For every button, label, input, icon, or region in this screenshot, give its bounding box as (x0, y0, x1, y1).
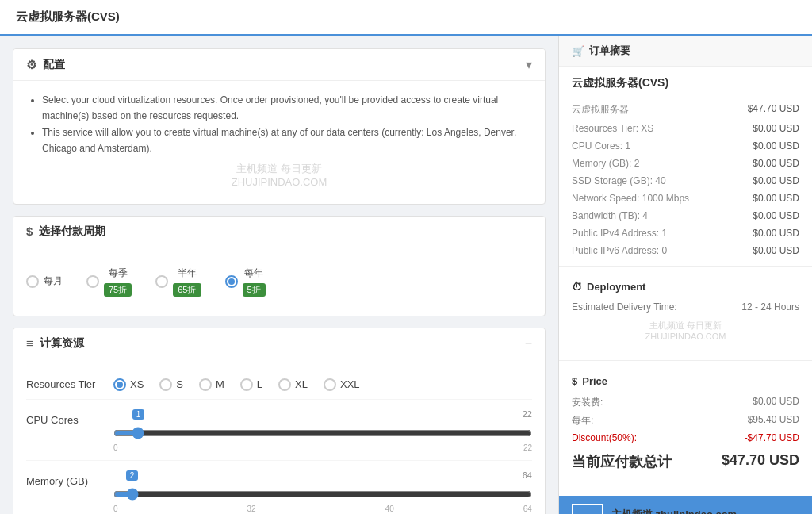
deployment-header: ⏱ Deployment (572, 281, 799, 293)
config-header: ⚙ 配置 ▾ (13, 49, 545, 81)
tier-row-label: Resources Tier (26, 378, 98, 390)
compute-toggle-icon[interactable]: − (525, 336, 532, 351)
divider-2 (559, 360, 812, 361)
order-summary-header: 🛒 订单摘要 (559, 36, 812, 67)
billing-radio-quarterly (86, 275, 99, 288)
watermark-deploy: 主机频道 每日更新 ZHUJIPINDAO.COM (572, 315, 799, 346)
mem-tick-6: 64 (523, 504, 532, 513)
order-line-0: 云虚拟服务器 $47.70 USD (559, 100, 812, 120)
billing-option-monthly[interactable]: 每月 (26, 274, 63, 288)
tier-radio-xs (113, 378, 126, 391)
tier-xs[interactable]: XS (113, 378, 144, 391)
mem-tick-4: 40 (385, 504, 394, 513)
order-line-2: CPU Cores: 1 $0.00 USD (559, 137, 812, 155)
billing-label-quarterly: 每季 (109, 267, 128, 280)
billing-options: 每月 每季 75折 半年 (26, 259, 532, 305)
deployment-section: ⏱ Deployment Estimated Delivery Time: 12… (559, 273, 812, 354)
tier-xl[interactable]: XL (278, 378, 308, 391)
tier-label-m: M (216, 378, 224, 390)
tier-radio-s (159, 378, 172, 391)
divider-3 (559, 489, 812, 489)
billing-discount-semi: 65折 (173, 283, 201, 297)
order-product-name: 云虚拟服务器(CVS) (559, 67, 812, 100)
compute-title: ≡ 计算资源 (26, 336, 84, 351)
billing-option-yearly[interactable]: 每年 5折 (225, 267, 266, 297)
order-lines: 云虚拟服务器 $47.70 USD Resources Tier: XS $0.… (559, 100, 812, 259)
config-bullet-2: This service will allow you to create vi… (42, 125, 532, 157)
billing-body: 每月 每季 75折 半年 (13, 247, 545, 316)
cart-icon: 🛒 (572, 45, 584, 57)
billing-option-semi[interactable]: 半年 65折 (155, 267, 201, 297)
cpu-max-label: 22 (523, 409, 532, 419)
order-line-8: Public IPv6 Address: 0 $0.00 USD (559, 242, 812, 259)
billing-option-quarterly[interactable]: 每季 75折 (86, 267, 132, 297)
cpu-value-bubble: 1 (132, 409, 145, 420)
delivery-row: Estimated Delivery Time: 12 - 24 Hours (572, 299, 799, 315)
page-title: 云虚拟服务器(CVS) (0, 0, 812, 36)
billing-label-yearly: 每年 (244, 267, 263, 280)
billing-radio-semi (155, 275, 168, 288)
cpu-cores-row: CPU Cores 1 22 0 (26, 400, 532, 461)
order-line-1: Resources Tier: XS $0.00 USD (559, 120, 812, 137)
memory-label: Memory (GB) (26, 469, 98, 487)
delivery-label: Estimated Delivery Time: (572, 301, 677, 313)
billing-title: $ 选择付款周期 (26, 224, 105, 239)
delivery-value: 12 - 24 Hours (741, 301, 799, 313)
billing-section: $ 选择付款周期 每月 (13, 216, 546, 316)
memory-value-bubble: 2 (126, 470, 139, 481)
config-toggle-icon[interactable]: ▾ (526, 57, 532, 72)
compute-section: ≡ 计算资源 − Resources Tier XS (13, 328, 546, 514)
tier-m[interactable]: M (199, 378, 224, 391)
tier-radio-m (199, 378, 212, 391)
tier-label-xs: XS (130, 378, 144, 390)
order-line-6: Bandwidth (TB): 4 $0.00 USD (559, 207, 812, 224)
order-line-3: Memory (GB): 2 $0.00 USD (559, 155, 812, 172)
compute-body: Resources Tier XS S M (13, 359, 545, 514)
gear-icon: ⚙ (26, 58, 36, 72)
tier-radio-l (240, 378, 253, 391)
cpu-cores-slider[interactable] (113, 427, 532, 439)
billing-label-monthly: 每月 (44, 274, 63, 288)
tier-label-xl: XL (295, 378, 308, 390)
memory-max-label: 64 (523, 470, 532, 480)
cpu-tick-0: 0 (113, 443, 118, 452)
compute-icon: ≡ (26, 336, 33, 350)
config-bullet-1: Select your cloud virtualization resourc… (42, 92, 532, 125)
config-bullets: Select your cloud virtualization resourc… (26, 92, 532, 157)
mem-tick-0: 0 (113, 504, 118, 513)
cpu-cores-label: CPU Cores (26, 408, 98, 426)
price-line-1: 每年: $95.40 USD (572, 412, 799, 430)
order-line-5: Network Speed: 1000 Mbps $0.00 USD (559, 190, 812, 207)
memory-slider[interactable] (113, 488, 532, 501)
tier-row: Resources Tier XS S M (26, 370, 532, 400)
billing-discount-yearly: 5折 (243, 283, 266, 297)
tier-radio-xxl (324, 378, 336, 391)
billing-radio-yearly (225, 275, 238, 288)
billing-radio-monthly (26, 275, 39, 288)
price-dollar-icon: $ (572, 375, 577, 387)
config-body: Select your cloud virtualization resourc… (13, 81, 545, 204)
memory-content: 2 64 0 32 40 64 (113, 469, 532, 513)
tier-label-l: L (257, 378, 262, 390)
tier-radio-xl (278, 378, 291, 391)
divider-1 (559, 266, 812, 267)
price-total: 当前应付款总计 $47.70 USD (572, 446, 799, 474)
tier-l[interactable]: L (240, 378, 262, 391)
clock-icon: ⏱ (572, 281, 582, 293)
order-line-4: SSD Storage (GB): 40 $0.00 USD (559, 172, 812, 190)
tier-label-xxl: XXL (340, 378, 360, 390)
tier-s[interactable]: S (159, 378, 183, 391)
banner-logo (572, 504, 603, 514)
cpu-tick-6: 22 (523, 443, 532, 452)
cpu-cores-content: 1 22 0 22 (113, 408, 532, 452)
watermark-config: 主机频道 每日更新 ZHUJIPINDAO.COM (26, 157, 532, 193)
banner-text: 主机频道 zhujipindao.com (611, 508, 737, 514)
left-panel: ⚙ 配置 ▾ Select your cloud virtualization … (0, 36, 558, 514)
compute-header: ≡ 计算资源 − (13, 328, 545, 359)
billing-discount-quarterly: 75折 (104, 283, 132, 297)
tier-xxl[interactable]: XXL (324, 378, 360, 391)
mem-tick-2: 32 (247, 504, 256, 513)
billing-label-semi: 半年 (178, 267, 197, 280)
order-line-7: Public IPv4 Address: 1 $0.00 USD (559, 224, 812, 242)
config-title: ⚙ 配置 (26, 58, 65, 72)
